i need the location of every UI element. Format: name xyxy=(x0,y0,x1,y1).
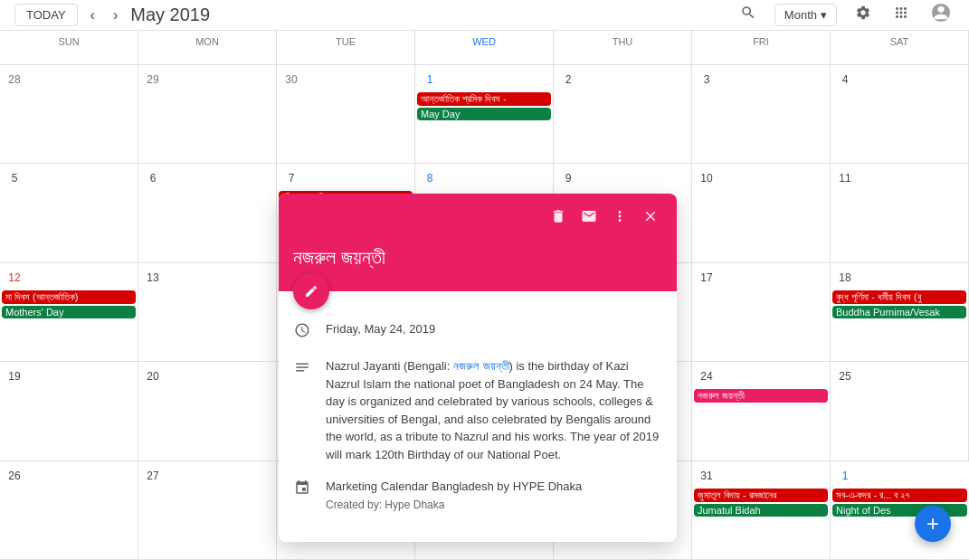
popup-header: নজরুল জয়ন্তী xyxy=(279,194,677,291)
calendar-day-may10[interactable]: 10 xyxy=(692,164,831,263)
popup-description-text: Nazrul Jayanti (Bengali: নজরুল জয়ন্তী) … xyxy=(326,357,662,463)
event-buddha-purnima[interactable]: Buddha Purnima/Vesak xyxy=(832,306,966,318)
popup-event-title: নজরুল জয়ন্তী xyxy=(293,239,662,284)
day-header-mon: MON xyxy=(138,31,277,65)
prev-button[interactable]: ‹ xyxy=(85,4,100,27)
popup-edit-button[interactable] xyxy=(293,273,329,309)
event-nazrul-jayanti-24[interactable]: নজরুল জয়ন্তী xyxy=(694,389,828,403)
calendar-day-apr30[interactable]: 30 xyxy=(277,65,415,165)
calendar-day-may25[interactable]: 25 xyxy=(831,362,969,461)
popup-date-row: Friday, May 24, 2019 xyxy=(293,320,662,343)
popup-delete-button[interactable] xyxy=(546,204,570,232)
popup-action-bar xyxy=(293,204,662,232)
header-right: Month ▾ xyxy=(736,0,955,31)
account-icon[interactable] xyxy=(927,0,955,31)
popup-more-button[interactable] xyxy=(608,204,632,232)
day-header-thu: THU xyxy=(554,31,692,65)
day-header-fri: FRI xyxy=(692,31,831,65)
next-button[interactable]: › xyxy=(108,4,123,27)
popup-description-row: Nazrul Jayanti (Bengali: নজরুল জয়ন্তী) … xyxy=(293,357,662,463)
clock-icon xyxy=(293,322,311,343)
calendar-day-may12[interactable]: 12 মা দিবস (আন্তর্জাতিক) Mothers' Day xyxy=(0,263,138,363)
popup-date-text: Friday, May 24, 2019 xyxy=(326,320,435,338)
search-icon[interactable] xyxy=(736,1,760,29)
view-label: Month xyxy=(784,8,817,22)
event-mothers-day[interactable]: Mothers' Day xyxy=(2,306,136,318)
day-header-sun: SUN xyxy=(0,31,138,65)
calendar-day-may6[interactable]: 6 xyxy=(138,164,277,263)
calendar-day-may19[interactable]: 19 xyxy=(0,362,138,461)
calendar-day-may20[interactable]: 20 xyxy=(138,362,277,461)
description-icon xyxy=(293,359,311,380)
month-year-title: May 2019 xyxy=(130,5,729,25)
day-header-tue: TUE xyxy=(277,31,415,65)
calendar-day-may13[interactable]: 13 xyxy=(138,263,277,363)
event-popup: নজরুল জয়ন্তী Friday, May 24, 2019 Nazru… xyxy=(279,194,677,542)
calendar-day-may3[interactable]: 3 xyxy=(692,65,831,165)
calendar-icon xyxy=(293,479,311,500)
popup-close-button[interactable] xyxy=(639,204,662,232)
calendar-header: TODAY ‹ › May 2019 Month ▾ xyxy=(0,0,969,31)
calendar-day-may31[interactable]: 31 জুমাতুল বিদায় - রমজানের Jumatul Bida… xyxy=(692,461,831,561)
event-buddha-purnima-bengali[interactable]: বুদ্ধ পূর্ণিমা - ধর্মীয় দিবস (বু xyxy=(832,290,966,304)
chevron-down-icon: ▾ xyxy=(821,8,827,22)
grid-icon[interactable] xyxy=(889,1,913,29)
calendar-day-apr29[interactable]: 29 xyxy=(138,65,277,165)
popup-body: Friday, May 24, 2019 Nazrul Jayanti (Ben… xyxy=(279,291,677,542)
calendar-day-may17[interactable]: 17 xyxy=(692,263,831,363)
event-shab-e-qadr-bengali[interactable]: সব-এ-কদর - র... ব ২৭ xyxy=(832,489,967,502)
calendar-day-may5[interactable]: 5 xyxy=(0,164,138,263)
today-button[interactable]: TODAY xyxy=(14,4,78,26)
calendar-day-may27[interactable]: 27 xyxy=(138,461,277,561)
calendar-grid: SUN MON TUE WED THU FRI SAT 28 29 30 1 আ… xyxy=(0,31,969,560)
popup-calendar-row: Marketing Calendar Bangladesh by HYPE Dh… xyxy=(293,478,662,513)
calendar-day-may11[interactable]: 11 xyxy=(831,164,969,263)
event-labor-day-bengali[interactable]: আন্তর্জাতিক শ্রমিক দিবস - xyxy=(417,92,551,106)
event-jumatul-bidah-bengali[interactable]: জুমাতুল বিদায় - রমজানের xyxy=(694,489,828,502)
calendar-day-may4[interactable]: 4 xyxy=(831,65,969,165)
calendar-day-may1[interactable]: 1 আন্তর্জাতিক শ্রমিক দিবস - May Day xyxy=(415,65,554,165)
event-jumatul-bidah[interactable]: Jumatul Bidah xyxy=(694,504,828,517)
popup-email-button[interactable] xyxy=(577,204,601,232)
add-event-fab[interactable]: + xyxy=(915,506,951,542)
calendar-day-may18[interactable]: 18 বুদ্ধ পূর্ণিমা - ধর্মীয় দিবস (বু Bud… xyxy=(831,263,969,363)
popup-calendar-text: Marketing Calendar Bangladesh by HYPE Dh… xyxy=(326,478,582,513)
calendar-day-apr28[interactable]: 28 xyxy=(0,65,138,165)
calendar-day-may2[interactable]: 2 xyxy=(554,65,692,165)
day-header-wed: WED xyxy=(415,31,554,65)
day-header-sat: SAT xyxy=(831,31,969,65)
event-may-day[interactable]: May Day xyxy=(417,108,551,120)
view-selector[interactable]: Month ▾ xyxy=(774,4,837,26)
event-mothers-day-bengali[interactable]: মা দিবস (আন্তর্জাতিক) xyxy=(2,290,136,304)
calendar-day-may24[interactable]: 24 নজরুল জয়ন্তী xyxy=(692,362,831,461)
popup-description-link[interactable]: নজরুল জয়ন্তী xyxy=(453,359,509,373)
settings-icon[interactable] xyxy=(851,1,875,29)
calendar-day-may26[interactable]: 26 xyxy=(0,461,138,561)
calendar-day-jun1[interactable]: 1 সব-এ-কদর - র... ব ২৭ Night of Des xyxy=(831,461,969,561)
